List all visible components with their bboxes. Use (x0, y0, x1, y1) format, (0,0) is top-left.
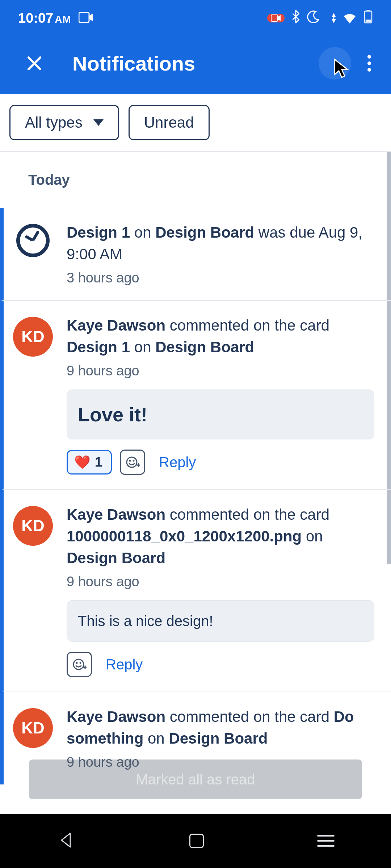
reaction-count: 1 (95, 455, 102, 470)
filter-type-label: All types (25, 114, 83, 131)
mark-all-read-button[interactable] (319, 47, 351, 80)
notification-timestamp: 3 hours ago (67, 270, 374, 286)
notification-item-due[interactable]: Design 1 on Design Board was due Aug 9, … (0, 208, 391, 301)
bluetooth-icon (291, 10, 300, 27)
svg-rect-0 (79, 12, 89, 22)
filter-unread-label: Unread (144, 114, 194, 131)
svg-point-11 (73, 659, 84, 669)
battery-icon (363, 10, 373, 27)
app-header: Notifications (0, 36, 391, 94)
status-bar: 10:07AM (0, 0, 391, 36)
comment-quote: This is a nice design! (67, 600, 374, 642)
notification-timestamp: 9 hours ago (67, 754, 374, 770)
notification-message: Kaye Dawson commented on the card Design… (67, 315, 374, 358)
page-title: Notifications (72, 52, 319, 75)
svg-rect-1 (271, 15, 278, 21)
add-reaction-button[interactable] (67, 652, 92, 677)
wifi-icon (327, 12, 357, 24)
nav-recents-button[interactable] (317, 835, 335, 847)
comment-quote: Love it! (67, 390, 374, 439)
svg-point-7 (367, 68, 371, 72)
svg-point-6 (367, 61, 371, 65)
notification-timestamp: 9 hours ago (67, 574, 374, 590)
record-screen-icon (79, 10, 94, 26)
notification-item-comment[interactable]: KD Kaye Dawson commented on the card Do … (0, 692, 391, 784)
notification-timestamp: 9 hours ago (67, 363, 374, 379)
avatar: KD (13, 317, 53, 357)
chevron-down-icon (93, 119, 104, 126)
filter-type-dropdown[interactable]: All types (9, 105, 119, 140)
reply-button[interactable]: Reply (159, 454, 196, 471)
reply-button[interactable]: Reply (106, 656, 143, 673)
svg-point-12 (76, 662, 78, 664)
clock-icon (16, 224, 50, 257)
svg-point-10 (133, 460, 135, 462)
notification-item-comment[interactable]: KD Kaye Dawson commented on the card 100… (0, 490, 391, 692)
notification-message: Kaye Dawson commented on the card Do som… (67, 706, 374, 749)
nav-back-button[interactable] (56, 830, 76, 851)
avatar: KD (13, 506, 53, 546)
filter-bar: All types Unread (0, 94, 391, 152)
notification-list[interactable]: Today Design 1 on Design Board was due A… (0, 152, 391, 857)
filter-unread-button[interactable]: Unread (129, 105, 210, 140)
day-header: Today (0, 152, 391, 208)
reaction-pill[interactable]: ❤️ 1 (67, 450, 112, 475)
svg-rect-4 (366, 20, 371, 22)
heart-icon: ❤️ (74, 455, 91, 470)
status-time: 10:07AM (18, 10, 71, 26)
record-badge-icon (267, 14, 285, 22)
close-button[interactable] (22, 51, 47, 76)
notification-item-comment[interactable]: KD Kaye Dawson commented on the card Des… (0, 301, 391, 490)
dnd-moon-icon (307, 10, 320, 26)
notification-message: Kaye Dawson commented on the card 100000… (67, 504, 374, 569)
overflow-menu-button[interactable] (358, 49, 380, 78)
nav-home-button[interactable] (189, 834, 204, 848)
svg-point-8 (127, 457, 137, 467)
add-reaction-button[interactable] (120, 450, 145, 475)
notification-message: Design 1 on Design Board was due Aug 9, … (67, 222, 374, 265)
svg-point-5 (367, 55, 371, 59)
avatar: KD (13, 708, 53, 748)
svg-point-9 (129, 460, 131, 462)
system-nav-bar (0, 814, 391, 868)
svg-point-13 (80, 662, 81, 664)
cursor-pointer-icon (333, 58, 351, 81)
